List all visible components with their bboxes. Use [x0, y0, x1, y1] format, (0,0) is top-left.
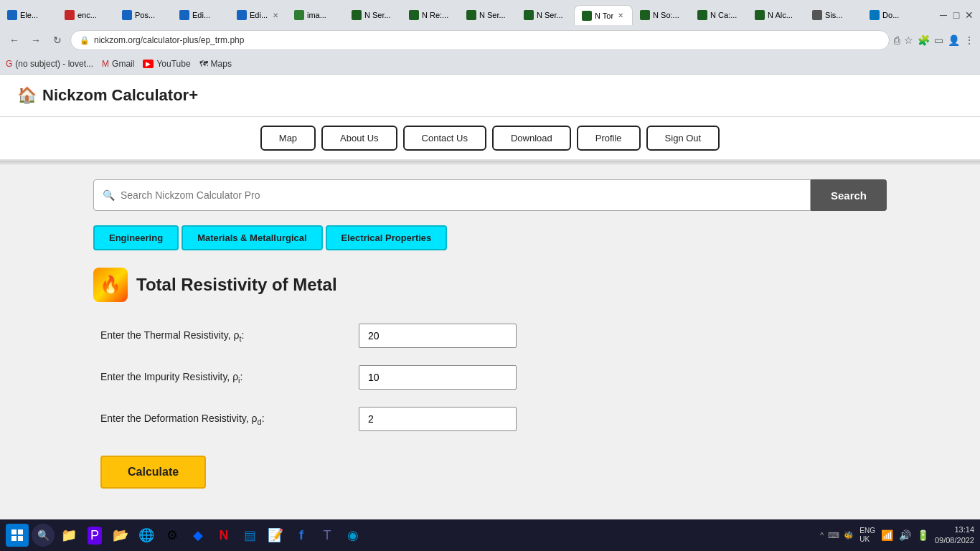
nav-map[interactable]: Map [260, 126, 316, 151]
search-input-wrapper[interactable]: 🔍 [93, 179, 811, 211]
tab-so[interactable]: N So:... [633, 5, 690, 25]
thermal-resistivity-input[interactable] [359, 324, 517, 348]
search-button[interactable]: Search [811, 179, 887, 211]
taskbar-teams-icon[interactable]: T [316, 524, 339, 547]
minimize-button[interactable]: ─ [938, 10, 948, 20]
time-display[interactable]: 13:14 09/08/2022 [935, 524, 974, 547]
tab-label: Edi... [192, 11, 210, 19]
tab-ser3[interactable]: N Ser... [517, 5, 574, 25]
tab-icon [122, 10, 132, 20]
close-button[interactable]: ✕ [964, 10, 974, 20]
taskbar-right: ^ ⌨ 🐝 ENG UK 📶 🔊 🔋 13:14 09/08/2022 [820, 524, 974, 547]
app1-icon: P [88, 527, 102, 545]
tab-icon [524, 10, 534, 20]
taskbar-search-button[interactable]: 🔍 [32, 524, 55, 547]
taskbar-app1-icon[interactable]: P [83, 524, 106, 547]
menu-icon[interactable]: ⋮ [964, 34, 974, 46]
tab-label: ima... [307, 11, 326, 19]
search-input[interactable] [121, 189, 801, 201]
start-button[interactable] [6, 524, 29, 547]
lock-icon: 🔒 [80, 36, 90, 45]
tab-icon [352, 10, 362, 20]
tab-label: N So:... [653, 11, 679, 19]
tab-edi2[interactable]: Edi... ✕ [230, 5, 287, 25]
taskbar-note-icon[interactable]: 📝 [264, 524, 287, 547]
bookmark-maps[interactable]: 🗺 Maps [199, 59, 232, 69]
refresh-button[interactable]: ↻ [49, 32, 66, 49]
filter-engineering[interactable]: Engineering [93, 225, 179, 250]
address-field[interactable]: 🔒 nickzom.org/calculator-plus/ep_trm.php [70, 30, 890, 50]
bookmarks-bar: G (no subject) - lovet... M Gmail ▶ YouT… [0, 55, 980, 75]
volume-icon: 🔊 [899, 529, 911, 541]
tab-re[interactable]: N Re:... [402, 5, 459, 25]
facebook-icon: f [299, 528, 303, 543]
taskbar-netflix-icon[interactable]: N [212, 524, 235, 547]
calculate-button[interactable]: Calculate [100, 456, 206, 489]
locale-display: ENG UK [859, 527, 875, 544]
tab-icon [409, 10, 419, 20]
tab-close-icon[interactable]: ✕ [616, 11, 625, 19]
tab-label: Pos... [135, 11, 155, 19]
taskbar-folder-icon[interactable]: 📂 [109, 524, 132, 547]
deformation-resistivity-label: Enter the Deformation Resistivity, ρd: [100, 413, 344, 426]
bookmark-label: Gmail [112, 59, 134, 69]
impurity-resistivity-input[interactable] [359, 365, 517, 390]
deformation-resistivity-input[interactable] [359, 407, 517, 431]
tab-close-icon[interactable]: ✕ [271, 11, 280, 19]
tab-label: N Ser... [364, 11, 391, 19]
tab-ser2[interactable]: N Ser... [459, 5, 517, 25]
tab-label: Ele... [20, 11, 38, 19]
tab-do[interactable]: Do... [862, 5, 920, 25]
bookmark-icon[interactable]: ☆ [904, 34, 913, 46]
wifi-icon: 📶 [881, 529, 893, 541]
maximize-button[interactable]: □ [951, 10, 961, 20]
nav-download[interactable]: Download [492, 126, 571, 151]
filter-materials[interactable]: Materials & Metallurgical [182, 225, 322, 250]
nav-about-us[interactable]: About Us [321, 126, 397, 151]
bookmark-gmail2[interactable]: M Gmail [102, 59, 134, 69]
tab-ca[interactable]: N Ca:... [690, 5, 748, 25]
tab-sis[interactable]: Sis... [805, 5, 862, 25]
forward-button[interactable]: → [27, 32, 44, 49]
page-title: Total Resistivity of Metal [136, 275, 337, 295]
taskbar-edge-icon[interactable]: 🌐 [135, 524, 158, 547]
tab-tor[interactable]: N Tor ✕ [574, 5, 633, 25]
site-logo: 🏠 Nickzom Calculator+ [17, 86, 198, 105]
nav-profile[interactable]: Profile [577, 126, 641, 151]
edge-icon: 🌐 [138, 527, 154, 543]
window-controls: ─ □ ✕ [938, 10, 980, 20]
tab-ser1[interactable]: N Ser... [344, 5, 402, 25]
tab-label: N Ca:... [710, 11, 737, 19]
taskbar-browser2-icon[interactable]: ◉ [341, 524, 364, 547]
filter-electrical[interactable]: Electrical Properties [326, 225, 448, 250]
extensions-icon[interactable]: 🧩 [918, 34, 930, 46]
tab-active-label: N Tor [595, 11, 613, 20]
taskbar-chrome-icon[interactable]: ⚙ [161, 524, 184, 547]
tab-alc[interactable]: N Alc... [748, 5, 805, 25]
tab-edi1[interactable]: Edi... [172, 5, 230, 25]
taskbar-files-icon[interactable]: 📁 [57, 524, 80, 547]
search-row: 🔍 Search [93, 179, 887, 211]
sidebar-icon[interactable]: ▭ [934, 34, 943, 46]
profile-icon[interactable]: 👤 [948, 34, 960, 46]
tab-pos[interactable]: Pos... [115, 5, 172, 25]
dropbox-icon: ◆ [193, 527, 203, 543]
nav-sign-out[interactable]: Sign Out [646, 126, 720, 151]
tab-icon [466, 10, 476, 20]
date: 09/08/2022 [935, 535, 974, 546]
bookmark-gmail[interactable]: G (no subject) - lovet... [6, 59, 93, 69]
taskbar-vscode-icon[interactable]: ▤ [238, 524, 261, 547]
back-button[interactable]: ← [6, 32, 23, 49]
share-icon[interactable]: ⎙ [894, 34, 900, 46]
gmail-icon: G [6, 59, 12, 69]
tab-enc[interactable]: enc... [57, 5, 115, 25]
calculator-icon: 🔥 [100, 275, 121, 295]
tab-elements[interactable]: Ele... [0, 5, 57, 25]
page-title-row: 🔥 Total Resistivity of Metal [93, 268, 887, 302]
taskbar-dropbox-icon[interactable]: ◆ [187, 524, 209, 547]
tab-img[interactable]: ima... [287, 5, 344, 25]
nav-contact-us[interactable]: Contact Us [403, 126, 486, 151]
svg-rect-3 [18, 536, 23, 541]
bookmark-youtube[interactable]: ▶ YouTube [143, 59, 190, 69]
taskbar-facebook-icon[interactable]: f [290, 524, 313, 547]
